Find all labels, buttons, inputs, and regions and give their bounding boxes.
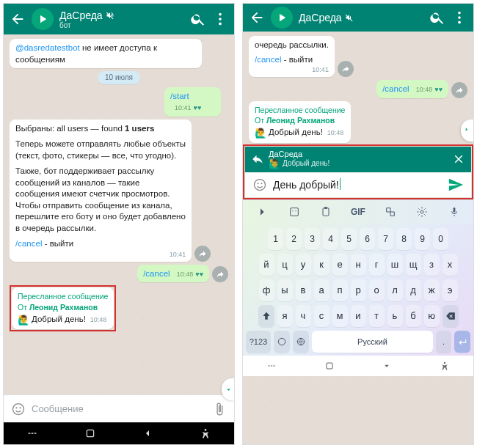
search-icon[interactable] bbox=[429, 10, 445, 26]
key[interactable]: й bbox=[259, 254, 274, 276]
kb-gif-label[interactable]: GIF bbox=[347, 204, 369, 220]
key[interactable]: р bbox=[351, 279, 366, 301]
key[interactable]: ж bbox=[424, 279, 440, 301]
message-in[interactable]: очередь рассылки. /cancel - выйти 10:41 bbox=[249, 36, 335, 77]
key[interactable]: г bbox=[369, 254, 385, 276]
home-icon[interactable] bbox=[324, 361, 335, 371]
share-icon[interactable] bbox=[212, 266, 228, 282]
message-out[interactable]: /start 10:41♥♥ bbox=[164, 87, 221, 117]
message-out[interactable]: /cancel 10:48♥♥ bbox=[376, 80, 448, 98]
key[interactable]: м bbox=[332, 305, 348, 327]
key[interactable]: а bbox=[314, 279, 329, 301]
emoji-icon[interactable] bbox=[11, 402, 26, 416]
recent-apps-icon[interactable] bbox=[266, 361, 277, 371]
scroll-down-button[interactable] bbox=[461, 120, 473, 142]
key[interactable]: 1 bbox=[268, 228, 283, 250]
attach-icon[interactable] bbox=[212, 402, 227, 416]
key[interactable]: ы bbox=[277, 279, 293, 301]
key[interactable]: 9 bbox=[415, 228, 430, 250]
back-nav-icon[interactable] bbox=[142, 427, 153, 439]
key[interactable]: ь bbox=[387, 305, 403, 327]
key[interactable]: 4 bbox=[323, 228, 338, 250]
key[interactable]: л bbox=[387, 279, 403, 301]
kb-settings-icon[interactable] bbox=[411, 204, 433, 220]
more-icon[interactable] bbox=[451, 10, 467, 26]
key[interactable]: б bbox=[406, 305, 421, 327]
share-icon[interactable] bbox=[451, 82, 467, 98]
key[interactable]: щ bbox=[406, 254, 421, 276]
emoji-key[interactable] bbox=[274, 331, 290, 353]
send-icon[interactable] bbox=[448, 177, 464, 193]
symbols-key[interactable]: ?123 bbox=[246, 331, 271, 353]
back-icon[interactable] bbox=[10, 11, 26, 27]
chat-avatar[interactable] bbox=[271, 7, 293, 29]
key[interactable]: у bbox=[296, 254, 311, 276]
kb-sticker-icon[interactable] bbox=[283, 204, 305, 220]
close-icon[interactable] bbox=[452, 153, 465, 166]
message-in[interactable]: @dasredatestbot не имеет доступа к сообщ… bbox=[10, 39, 202, 68]
key[interactable]: з bbox=[424, 254, 440, 276]
more-icon[interactable] bbox=[212, 11, 228, 27]
message-in[interactable]: Выбраны: all users — found 1 users Тепер… bbox=[10, 120, 192, 262]
key[interactable]: 3 bbox=[305, 228, 320, 250]
back-icon[interactable] bbox=[249, 10, 265, 26]
chat-title-wrap[interactable]: ДаСреда bbox=[299, 12, 354, 23]
kb-expand-icon[interactable] bbox=[251, 204, 273, 220]
shift-key[interactable] bbox=[258, 305, 274, 327]
home-icon[interactable] bbox=[84, 427, 96, 439]
key[interactable]: к bbox=[314, 254, 329, 276]
dot-key[interactable]: . bbox=[436, 331, 451, 353]
chat-body[interactable]: @dasredatestbot не имеет доступа к сообщ… bbox=[4, 34, 234, 394]
accessibility-icon[interactable] bbox=[440, 361, 450, 371]
key[interactable]: ю bbox=[424, 305, 440, 327]
key[interactable]: т bbox=[369, 305, 385, 327]
key[interactable]: 5 bbox=[341, 228, 357, 250]
key[interactable]: о bbox=[369, 279, 385, 301]
message-input[interactable]: День добрый! bbox=[273, 178, 442, 191]
scroll-down-button[interactable] bbox=[222, 378, 234, 394]
language-key[interactable] bbox=[293, 331, 309, 353]
key[interactable]: н bbox=[351, 254, 366, 276]
key[interactable]: ч bbox=[296, 305, 311, 327]
chat-avatar[interactable] bbox=[32, 8, 54, 30]
kb-clipboard-icon[interactable] bbox=[315, 204, 337, 220]
chat-header: ДаСреда бот bbox=[4, 4, 234, 34]
share-icon[interactable] bbox=[338, 61, 354, 77]
kb-translate-icon[interactable] bbox=[379, 204, 401, 220]
key[interactable]: я bbox=[277, 305, 293, 327]
recent-apps-icon[interactable] bbox=[26, 427, 38, 439]
enter-key[interactable] bbox=[454, 331, 470, 353]
key[interactable]: д bbox=[406, 279, 421, 301]
key[interactable]: с bbox=[314, 305, 329, 327]
share-icon[interactable] bbox=[194, 246, 211, 262]
key[interactable]: 7 bbox=[378, 228, 393, 250]
mention-link[interactable]: @dasredatestbot bbox=[15, 43, 80, 52]
emoji-icon[interactable] bbox=[252, 177, 267, 192]
backspace-key[interactable] bbox=[443, 305, 459, 327]
key[interactable]: 6 bbox=[360, 228, 375, 250]
key[interactable]: е bbox=[332, 254, 348, 276]
search-icon[interactable] bbox=[190, 11, 206, 27]
kb-mic-icon[interactable] bbox=[443, 204, 465, 220]
key[interactable]: 0 bbox=[433, 228, 448, 250]
key[interactable]: и bbox=[351, 305, 366, 327]
accessibility-icon[interactable] bbox=[200, 427, 211, 439]
key[interactable]: ш bbox=[387, 254, 403, 276]
svg-point-9 bbox=[458, 16, 461, 19]
key[interactable]: э bbox=[443, 279, 458, 301]
key[interactable]: 2 bbox=[286, 228, 302, 250]
key[interactable]: ф bbox=[259, 279, 274, 301]
space-key[interactable]: Русский bbox=[312, 331, 433, 353]
key[interactable]: п bbox=[332, 279, 348, 301]
key[interactable]: х bbox=[443, 254, 458, 276]
chat-title-wrap[interactable]: ДаСреда бот bbox=[59, 10, 114, 29]
key[interactable]: ц bbox=[277, 254, 293, 276]
message-input[interactable]: Сообщение bbox=[32, 403, 206, 414]
forwarded-message[interactable]: Пересланное сообщениеОт Леонид Рахманов … bbox=[12, 287, 114, 329]
key[interactable]: в bbox=[296, 279, 311, 301]
collapse-keyboard-icon[interactable] bbox=[382, 361, 392, 371]
chat-body[interactable]: очередь рассылки. /cancel - выйти 10:41 … bbox=[243, 32, 473, 144]
key[interactable]: 8 bbox=[396, 228, 412, 250]
forwarded-message[interactable]: Пересланное сообщениеОт Леонид Рахманов … bbox=[249, 101, 351, 143]
message-out[interactable]: /cancel 10:48♥♥ bbox=[137, 265, 209, 283]
